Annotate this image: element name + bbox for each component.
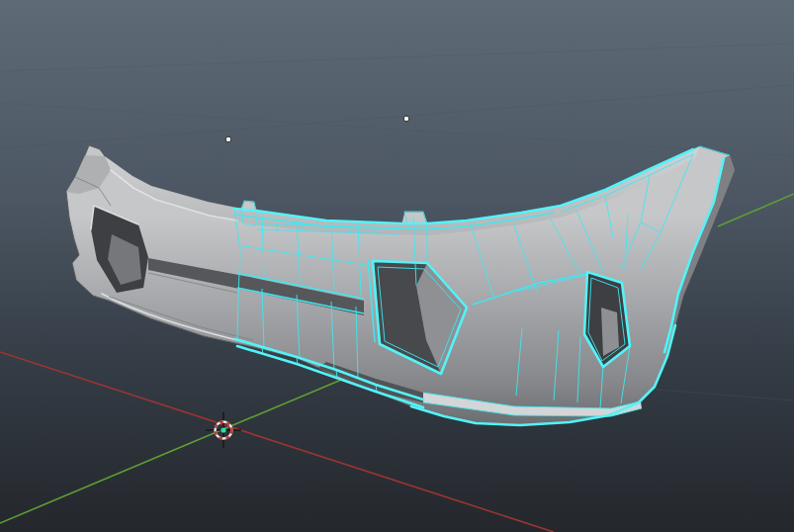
3d-viewport[interactable] — [0, 0, 794, 532]
origin-point-1[interactable] — [225, 136, 231, 142]
viewport-canvas[interactable] — [0, 0, 794, 532]
3d-cursor-center-dot — [221, 427, 225, 432]
origin-point-2[interactable] — [403, 116, 409, 122]
